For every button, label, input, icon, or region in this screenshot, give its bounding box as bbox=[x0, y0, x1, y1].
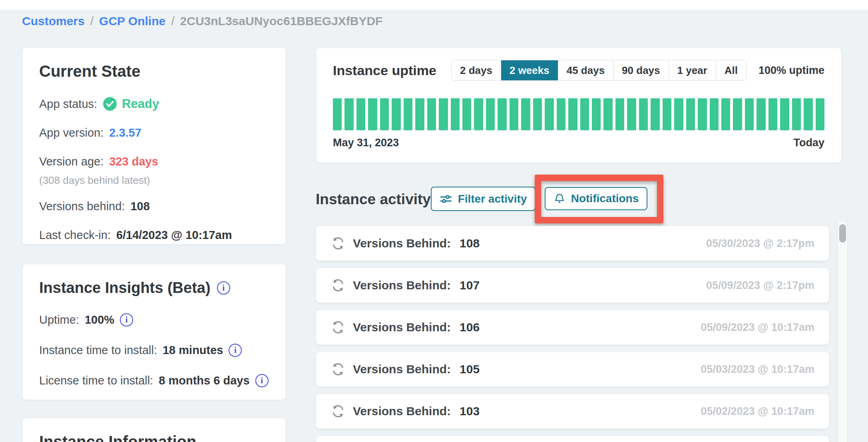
uptime-bar bbox=[686, 98, 695, 130]
versions-behind-value: 108 bbox=[130, 198, 149, 215]
activity-row-label: Versions Behind: bbox=[353, 279, 451, 292]
insight-label: Uptime: bbox=[39, 311, 79, 328]
uptime-bar bbox=[356, 98, 365, 130]
uptime-bar bbox=[344, 98, 353, 130]
uptime-bar bbox=[674, 98, 683, 130]
insight-value: 8 months 6 days bbox=[159, 372, 249, 389]
uptime-bar bbox=[427, 98, 436, 130]
activity-list: Versions Behind: 108 05/30/2023 @ 2:17pm… bbox=[316, 226, 829, 442]
breadcrumb-separator: / bbox=[171, 14, 174, 28]
filter-activity-button[interactable]: Filter activity bbox=[431, 187, 536, 211]
uptime-bar bbox=[592, 98, 601, 130]
activity-scrollbar-track[interactable] bbox=[837, 222, 848, 442]
check-circle-icon bbox=[103, 97, 117, 111]
uptime-bar bbox=[698, 98, 707, 130]
uptime-bar-labels: May 31, 2023 Today bbox=[333, 137, 824, 149]
activity-row: Versions Behind: 106 05/09/2023 @ 10:17a… bbox=[316, 310, 829, 345]
activity-row: Versions Behind: 103 05/02/2023 @ 10:17a… bbox=[316, 394, 829, 429]
info-icon[interactable]: i bbox=[255, 374, 269, 387]
last-checkin-label: Last check-in: bbox=[39, 227, 111, 243]
activity-row-value: 106 bbox=[460, 321, 480, 334]
activity-scrollbar-thumb[interactable] bbox=[839, 224, 846, 243]
uptime-bar bbox=[510, 98, 518, 130]
insights-title-row: Instance Insights (Beta) i bbox=[39, 278, 269, 298]
activity-row-timestamp: 05/09/2023 @ 2:17pm bbox=[706, 279, 814, 292]
uptime-bar bbox=[733, 98, 742, 130]
uptime-bar bbox=[627, 98, 636, 130]
uptime-range-button[interactable]: 1 year bbox=[669, 60, 716, 80]
instance-information-title: Instance Information bbox=[39, 432, 269, 442]
activity-row-value: 108 bbox=[460, 237, 480, 250]
uptime-bar bbox=[615, 98, 624, 130]
notifications-label: Notifications bbox=[571, 192, 639, 205]
uptime-bar bbox=[333, 98, 342, 130]
versions-behind-row: Versions behind: 108 bbox=[39, 198, 269, 215]
sync-icon bbox=[330, 278, 346, 293]
uptime-header: Instance uptime 2 days2 weeks45 days90 d… bbox=[333, 60, 824, 81]
uptime-bar bbox=[792, 98, 801, 130]
uptime-range-button[interactable]: 2 weeks bbox=[501, 60, 558, 80]
activity-title: Instance activity bbox=[316, 191, 431, 208]
app-version-value[interactable]: 2.3.57 bbox=[109, 124, 141, 141]
filter-activity-label: Filter activity bbox=[458, 193, 527, 205]
current-state-title: Current State bbox=[39, 61, 269, 81]
insight-row: Uptime: 100% i bbox=[39, 311, 269, 328]
uptime-bar bbox=[745, 98, 754, 130]
uptime-bar bbox=[368, 98, 377, 130]
activity-header: Instance activity Filter activity Notifi… bbox=[316, 175, 842, 225]
top-bar bbox=[0, 0, 868, 10]
insight-value: 100% bbox=[85, 311, 114, 328]
sync-icon bbox=[330, 362, 346, 377]
app-version-row: App version: 2.3.57 bbox=[39, 124, 269, 141]
info-icon[interactable]: i bbox=[217, 281, 230, 295]
uptime-bar bbox=[498, 98, 506, 130]
info-icon[interactable]: i bbox=[229, 344, 242, 357]
instance-insights-card: Instance Insights (Beta) i Uptime: 100% … bbox=[22, 264, 286, 400]
activity-row: Versions Behind: 105 05/03/2023 @ 10:17a… bbox=[316, 352, 829, 387]
app-status-row: App status: Ready bbox=[39, 96, 269, 112]
breadcrumb-item: 2CU3nL3saUNyoc61BBEGJXfBYDF bbox=[180, 14, 383, 28]
version-age-row: Version age: 323 days bbox=[39, 153, 269, 170]
notifications-button[interactable]: Notifications bbox=[545, 187, 647, 210]
insight-value: 18 minutes bbox=[163, 342, 223, 358]
breadcrumb-item[interactable]: GCP Online bbox=[99, 14, 165, 28]
uptime-bar bbox=[721, 98, 730, 130]
uptime-bar bbox=[603, 98, 612, 130]
uptime-bar bbox=[392, 98, 400, 130]
activity-row: Versions Behind: 108 05/30/2023 @ 2:17pm bbox=[316, 226, 829, 261]
uptime-bar bbox=[557, 98, 565, 130]
activity-row-value: 103 bbox=[460, 404, 480, 418]
uptime-range-button[interactable]: 45 days bbox=[558, 60, 613, 80]
uptime-range-button[interactable]: All bbox=[716, 60, 746, 80]
instance-uptime-card: Instance uptime 2 days2 weeks45 days90 d… bbox=[316, 48, 842, 163]
uptime-range-group: 2 days2 weeks45 days90 days1 yearAll bbox=[451, 60, 747, 81]
app-version-label: App version: bbox=[39, 124, 104, 141]
uptime-range-button[interactable]: 2 days bbox=[452, 60, 501, 80]
uptime-bar bbox=[474, 98, 483, 130]
insights-rows: Uptime: 100% i Instance time to install:… bbox=[39, 311, 269, 389]
uptime-summary: 100% uptime bbox=[759, 64, 824, 77]
sync-icon bbox=[330, 320, 346, 335]
uptime-bar bbox=[710, 98, 719, 130]
uptime-range-button[interactable]: 90 days bbox=[613, 60, 669, 80]
activity-row-label: Versions Behind: bbox=[353, 237, 451, 250]
insight-label: Instance time to install: bbox=[39, 342, 157, 358]
insight-label: License time to install: bbox=[39, 372, 153, 389]
activity-row-value: 107 bbox=[460, 279, 480, 292]
uptime-bar bbox=[580, 98, 589, 130]
insight-row: Instance time to install: 18 minutes i bbox=[39, 342, 269, 358]
page-canvas: Customers/GCP Online/2CU3nL3saUNyoc61BBE… bbox=[0, 0, 868, 442]
uptime-bar bbox=[816, 98, 824, 130]
sync-icon bbox=[330, 404, 346, 419]
activity-row-label: Versions Behind: bbox=[353, 362, 451, 376]
breadcrumb-item[interactable]: Customers bbox=[22, 14, 85, 28]
activity-row-value: 105 bbox=[460, 362, 480, 376]
activity-row bbox=[316, 436, 829, 442]
uptime-bar bbox=[757, 98, 765, 130]
insight-row: License time to install: 8 months 6 days… bbox=[39, 372, 269, 389]
activity-row-timestamp: 05/03/2023 @ 10:17am bbox=[701, 363, 814, 376]
info-icon[interactable]: i bbox=[120, 313, 133, 327]
uptime-bar bbox=[663, 98, 671, 130]
version-age-note: (308 days behind latest) bbox=[39, 173, 269, 187]
uptime-bar bbox=[380, 98, 389, 130]
